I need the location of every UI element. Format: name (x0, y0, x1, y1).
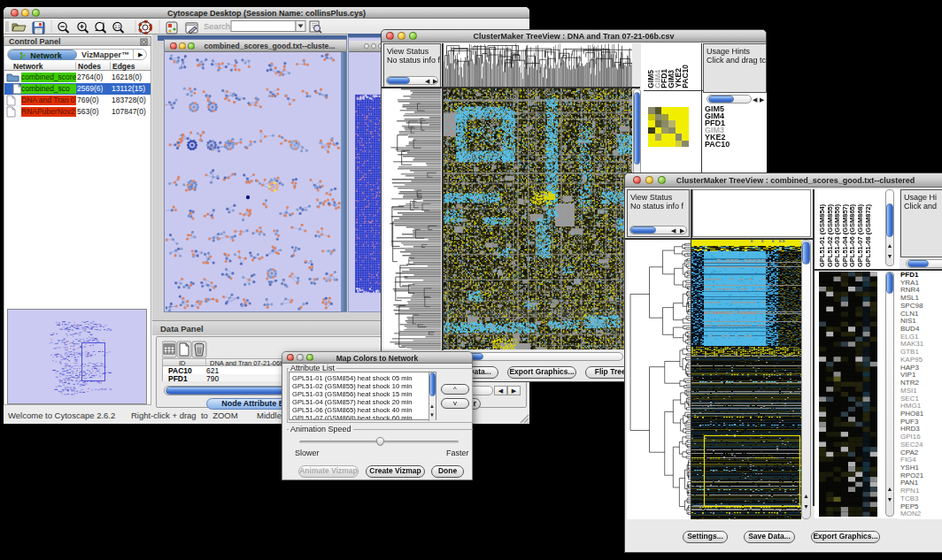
svg-text:Search:: Search: (204, 21, 233, 31)
svg-text:1:1: 1:1 (115, 25, 121, 29)
